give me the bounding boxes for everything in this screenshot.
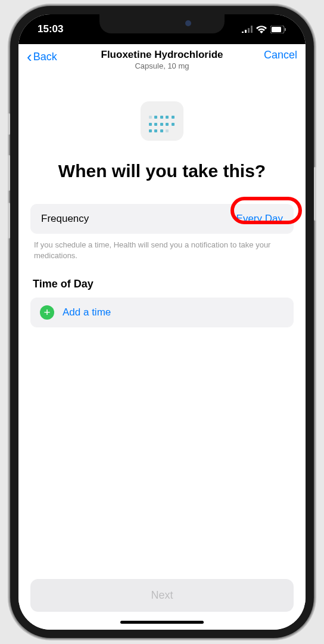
wifi-icon (256, 26, 267, 33)
home-indicator[interactable] (120, 621, 204, 624)
nav-title-group: Fluoxetine Hydrochloride Capsule, 10 mg (101, 49, 223, 70)
screen: 15:03 ‹ Back Fluoxetine Hydrochloride Ca… (18, 14, 306, 630)
helper-text: If you schedule a time, Health will send… (30, 234, 294, 261)
volume-up-button (8, 155, 10, 191)
back-button[interactable]: ‹ Back (27, 49, 57, 64)
svg-rect-2 (285, 28, 286, 31)
cellular-icon (242, 26, 253, 33)
add-time-label: Add a time (63, 306, 111, 318)
calendar-icon-wrap (30, 101, 294, 141)
add-time-button[interactable]: + Add a time (30, 298, 294, 327)
nav-subtitle: Capsule, 10 mg (101, 61, 223, 70)
frequency-row[interactable]: Frequency Every Day (30, 204, 294, 234)
svg-rect-1 (272, 27, 281, 32)
chevron-left-icon: ‹ (27, 49, 32, 64)
status-icons (242, 26, 286, 33)
cancel-button[interactable]: Cancel (264, 49, 297, 61)
phone-frame: 15:03 ‹ Back Fluoxetine Hydrochloride Ca… (10, 6, 314, 638)
content: ‹ Back Fluoxetine Hydrochloride Capsule,… (18, 44, 306, 630)
battery-icon (270, 26, 286, 33)
frequency-label: Frequency (41, 213, 89, 225)
time-of-day-title: Time of Day (33, 278, 294, 290)
navigation-bar: ‹ Back Fluoxetine Hydrochloride Capsule,… (18, 44, 306, 79)
notch (99, 14, 225, 33)
volume-down-button (8, 203, 10, 239)
back-label: Back (33, 51, 57, 63)
power-button (314, 167, 316, 221)
nav-title: Fluoxetine Hydrochloride (101, 49, 223, 61)
status-time: 15:03 (38, 23, 63, 35)
calendar-icon (141, 101, 183, 141)
main-area: When will you take this? Frequency Every… (18, 79, 306, 579)
frequency-value[interactable]: Every Day (236, 213, 283, 225)
next-button[interactable]: Next (30, 579, 294, 612)
plus-icon: + (40, 305, 54, 320)
mute-switch (8, 113, 10, 135)
page-heading: When will you take this? (30, 160, 294, 182)
